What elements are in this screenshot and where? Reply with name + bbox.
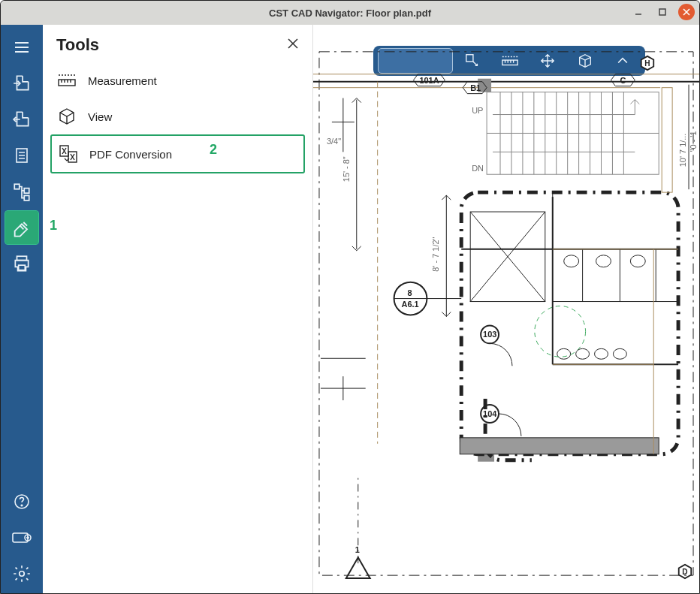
close-button[interactable] [678,4,695,20]
svg-point-69 [595,348,608,359]
axis-1: 1 [346,474,370,578]
tool-pdf-conversion[interactable]: PDF Conversion [50,134,305,173]
cube-icon [56,106,77,127]
tools-icon[interactable] [5,211,38,244]
svg-rect-18 [13,533,28,542]
svg-text:C: C [620,76,626,85]
svg-rect-42 [319,52,693,575]
svg-rect-15 [19,265,26,270]
floor-plan-svg: 3/4" 15' - 8" [313,25,699,592]
svg-text:8' - 7 1/2": 8' - 7 1/2" [431,237,440,271]
help-icon[interactable] [5,485,38,518]
svg-point-17 [21,505,23,506]
svg-point-67 [557,348,571,359]
svg-point-68 [576,348,590,359]
tools-panel-items: Measurement View PDF Conversion [43,59,312,176]
titlebar: CST CAD Navigator: Floor plan.pdf [1,1,699,25]
svg-text:3/4": 3/4" [327,137,341,146]
svg-rect-1 [659,9,665,15]
license-icon[interactable] [5,521,38,554]
tool-view[interactable]: View [50,98,305,134]
tools-panel-header: Tools [43,25,312,59]
tool-measurement[interactable]: Measurement [50,62,305,98]
menu-icon[interactable] [5,31,38,64]
svg-text:A6.1: A6.1 [402,300,419,309]
svg-point-65 [596,255,611,267]
svg-text:15' - 8": 15' - 8" [342,156,351,182]
app-body: Tools Measurement View [1,25,699,593]
close-panel-icon[interactable] [287,38,299,53]
annotation-2: 2 [210,142,217,158]
svg-rect-88 [460,438,659,454]
drawing-canvas[interactable]: H D 3/4" 15' - [313,25,699,593]
import-icon[interactable] [5,103,38,136]
annotation-1: 1 [50,218,57,234]
svg-text:104: 104 [483,409,497,418]
svg-rect-11 [14,184,20,189]
tag-101a: 101A [413,74,445,86]
window-title: CST CAD Navigator: Floor plan.pdf [269,8,431,19]
svg-text:101A: 101A [419,76,439,85]
window-controls [630,4,695,20]
svg-point-20 [20,571,25,577]
stairs [487,92,659,175]
svg-text:103: 103 [483,330,496,339]
tool-label: PDF Conversion [89,148,172,161]
svg-text:10' 7 1/...: 10' 7 1/... [678,134,687,167]
tools-panel: Tools Measurement View [43,25,313,593]
settings-icon[interactable] [5,557,38,590]
svg-text:B1: B1 [470,83,481,92]
app-window: CST CAD Navigator: Floor plan.pdf [0,0,700,594]
print-icon[interactable] [5,247,38,280]
tool-label: Measurement [88,74,157,87]
minimize-button[interactable] [630,4,647,20]
structure-icon[interactable] [5,175,38,208]
svg-point-70 [613,348,626,359]
tools-panel-title: Tools [56,35,99,55]
export-icon[interactable] [5,67,38,100]
svg-text:1: 1 [355,545,360,554]
pdf-convert-icon [58,143,79,164]
tool-label: View [88,110,112,123]
svg-text:8: 8 [408,288,412,297]
maximize-button[interactable] [654,4,671,20]
sidebar [1,25,43,593]
svg-text:UP: UP [472,106,483,115]
svg-point-66 [630,255,645,267]
svg-rect-12 [24,188,29,193]
ruler-icon [56,70,77,91]
svg-point-64 [564,255,579,267]
svg-rect-119 [662,88,672,192]
svg-text:DN: DN [472,164,484,173]
document-icon[interactable] [5,139,38,172]
svg-text:"0 - '1: "0 - '1 [689,131,698,152]
svg-rect-13 [24,195,29,201]
